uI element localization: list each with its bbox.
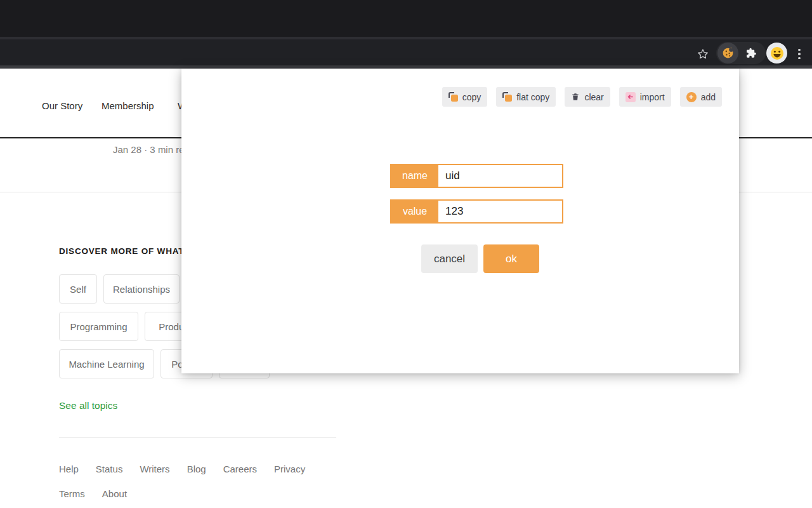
bookmark-star-icon[interactable] (695, 46, 710, 62)
flat-copy-button[interactable]: flat copy (496, 87, 556, 107)
ok-button[interactable]: ok (483, 244, 539, 273)
nav-item-membership[interactable]: Membership (102, 100, 154, 111)
copy-icon (502, 92, 512, 102)
cookie-extension-icon[interactable] (717, 43, 738, 64)
footer-row-2: Terms About (59, 488, 127, 499)
footer-link-status[interactable]: Status (96, 464, 123, 474)
value-field-row: value (390, 199, 563, 224)
footer-link-about[interactable]: About (102, 488, 127, 499)
browser-tab-strip (0, 0, 812, 37)
footer-row-1: Help Status Writers Blog Careers Privacy (59, 464, 305, 474)
topic-chip-self[interactable]: Self (59, 274, 97, 304)
clear-button[interactable]: clear (565, 87, 610, 107)
name-input[interactable] (438, 165, 562, 187)
footer-link-help[interactable]: Help (59, 464, 79, 474)
topic-chip-programming[interactable]: Programming (59, 312, 138, 341)
profile-avatar-emoji[interactable] (766, 43, 787, 64)
see-all-topics-link[interactable]: See all topics (59, 400, 117, 411)
footer-link-careers[interactable]: Careers (223, 464, 257, 474)
footer-link-writers[interactable]: Writers (140, 464, 169, 474)
value-input[interactable] (438, 201, 562, 222)
topic-chip-machine-learning[interactable]: Machine Learning (59, 349, 154, 378)
value-field-label: value (391, 201, 438, 222)
extensions-pill (716, 42, 766, 64)
footer-link-blog[interactable]: Blog (187, 464, 206, 474)
browser-toolbar (0, 39, 812, 65)
browser-menu-kebab-icon[interactable] (796, 46, 803, 62)
screen: Our Story Membership Write Jan 28 · 3 mi… (0, 0, 812, 508)
copy-button[interactable]: copy (442, 87, 488, 107)
cookie-editor-popup: copy flat copy clear import (181, 69, 739, 373)
footer-link-privacy[interactable]: Privacy (274, 464, 305, 474)
add-plus-icon: + (686, 92, 697, 102)
name-field-label: name (391, 165, 438, 187)
popup-toolbar: copy flat copy clear import (442, 87, 722, 107)
nav-item-our-story[interactable]: Our Story (42, 100, 82, 111)
copy-icon (449, 92, 458, 102)
extensions-puzzle-icon[interactable] (738, 47, 763, 59)
discover-heading: DISCOVER MORE OF WHAT (59, 246, 184, 256)
name-field-row: name (390, 164, 563, 188)
add-button[interactable]: + add (680, 87, 722, 107)
trash-icon (571, 92, 580, 102)
footer-divider (59, 437, 336, 438)
footer-link-terms[interactable]: Terms (59, 488, 85, 499)
import-button[interactable]: import (619, 87, 671, 107)
topic-chip-relationships[interactable]: Relationships (103, 274, 180, 304)
cancel-button[interactable]: cancel (421, 244, 478, 273)
import-arrow-icon (625, 92, 636, 102)
